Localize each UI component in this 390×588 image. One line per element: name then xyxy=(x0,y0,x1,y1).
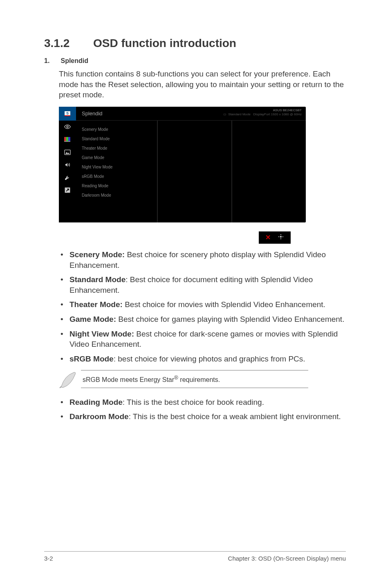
bullet-text: : This is the best choice for book readi… xyxy=(123,398,264,406)
list-item: Theater Mode: Best choice for movies wit… xyxy=(59,299,346,310)
list-item: Darkroom Mode: This is the best choice f… xyxy=(59,411,346,422)
subsection-intro: This function contains 8 sub-functions y… xyxy=(59,69,346,100)
wrench-icon xyxy=(59,171,76,184)
bullet-list-a: Scenery Mode: Best choice for scenery ph… xyxy=(59,249,346,364)
shortcut-icon xyxy=(59,184,76,197)
osd-columns: Scenery Mode Standard Mode Theater Mode … xyxy=(76,121,306,222)
bullet-text: Best choice for movies with Splendid Vid… xyxy=(123,300,325,309)
close-icon: ✕ xyxy=(265,233,271,241)
osd-buttons-row: ✕ xyxy=(44,231,346,244)
footer-chapter: Chapter 3: OSD (On-Screen Display) menu xyxy=(228,555,346,562)
svg-rect-5 xyxy=(65,150,70,155)
note-text: sRGB Mode meets Energy Star® requirement… xyxy=(81,370,308,388)
bullet-text: Best choice for games playing with Splen… xyxy=(116,315,344,323)
osd-item: Scenery Mode xyxy=(82,125,157,134)
note-block: sRGB Mode meets Energy Star® requirement… xyxy=(59,370,346,390)
list-item: Standard Mode: Best choice for document … xyxy=(59,274,346,295)
osd-item: Theater Mode xyxy=(82,144,157,153)
color-bars-icon xyxy=(59,133,76,146)
bullet-text: : best choice for viewing photos and gra… xyxy=(114,355,305,363)
osd-buttons-box: ✕ xyxy=(259,231,291,244)
bullet-bold: Game Mode: xyxy=(69,315,116,323)
sound-icon xyxy=(59,159,76,171)
svg-point-7 xyxy=(280,236,282,238)
svg-rect-4 xyxy=(64,141,70,142)
splendid-s-icon: S xyxy=(65,111,70,116)
bullet-bold: Reading Mode xyxy=(69,398,123,406)
osd-mode: Standard Mode xyxy=(228,112,251,116)
bullet-bold: Night View Mode: xyxy=(69,330,134,338)
osd-model: ASUS BE24ECSBT xyxy=(223,108,302,112)
osd-header: Splendid ASUS BE24ECSBT ▭Standard Mode D… xyxy=(76,107,306,121)
osd-sidebar: S xyxy=(59,107,76,222)
joystick-icon xyxy=(278,233,284,241)
note-pre: sRGB Mode meets Energy Star xyxy=(83,376,174,383)
list-item: Scenery Mode: Best choice for scenery ph… xyxy=(59,249,346,270)
page-footer: 3-2 Chapter 3: OSD (On-Screen Display) m… xyxy=(44,551,346,562)
bullet-bold: Darkroom Mode xyxy=(69,412,129,421)
osd-item: Reading Mode xyxy=(82,181,157,191)
osd-menu-column: Scenery Mode Standard Mode Theater Mode … xyxy=(76,121,158,222)
bullet-bold: Standard Mode xyxy=(69,275,126,284)
note-sup: ® xyxy=(174,375,178,381)
image-icon xyxy=(59,146,76,159)
osd-title: Splendid xyxy=(82,110,103,117)
bullet-bold: Theater Mode: xyxy=(69,300,123,309)
subsection-number: 1. xyxy=(44,57,59,65)
osd-header-right: ASUS BE24ECSBT ▭Standard Mode DisplayPor… xyxy=(223,108,302,116)
section-heading: 3.1.2OSD function introduction xyxy=(44,37,346,50)
osd-item: Standard Mode xyxy=(82,134,157,144)
osd-item: Night View Mode xyxy=(82,162,157,172)
osd-item: Darkroom Mode xyxy=(82,191,157,200)
list-item: Night View Mode: Best choice for dark-sc… xyxy=(59,329,346,350)
monitor-icon: ▭ xyxy=(223,112,226,117)
osd-empty-column xyxy=(232,121,306,222)
osd-item: sRGB Mode xyxy=(82,172,157,181)
svg-rect-3 xyxy=(68,137,70,141)
bullet-bold: Scenery Mode: xyxy=(69,250,125,259)
osd-resolution: DisplayPort 1920 x 1080 @ 60Hz xyxy=(253,112,302,116)
list-item: Game Mode: Best choice for games playing… xyxy=(59,314,346,325)
note-pen-icon xyxy=(59,370,81,390)
list-item: Reading Mode: This is the best choice fo… xyxy=(59,397,346,408)
eye-icon xyxy=(59,121,76,133)
list-item: sRGB Mode: best choice for viewing photo… xyxy=(59,354,346,364)
subsection-label: Splendid xyxy=(61,57,88,65)
osd-item: Game Mode xyxy=(82,153,157,162)
osd-sidebar-selected: S xyxy=(59,107,76,121)
svg-point-0 xyxy=(67,126,68,128)
osd-status-line: ▭Standard Mode DisplayPort 1920 x 1080 @… xyxy=(223,112,302,117)
svg-rect-2 xyxy=(66,137,68,141)
osd-main: Splendid ASUS BE24ECSBT ▭Standard Mode D… xyxy=(76,107,306,222)
bullet-text: : This is the best choice for a weak amb… xyxy=(129,412,341,421)
subsection-row: 1. Splendid This function contains 8 sub… xyxy=(44,57,346,100)
bullet-list-b: Reading Mode: This is the best choice fo… xyxy=(59,397,346,422)
svg-rect-1 xyxy=(64,137,66,141)
section-title: OSD function introduction xyxy=(93,37,236,49)
osd-empty-column xyxy=(158,121,232,222)
bullet-bold: sRGB Mode xyxy=(69,355,114,363)
section-number: 3.1.2 xyxy=(44,37,93,50)
footer-page-number: 3-2 xyxy=(44,555,53,562)
note-post: requirements. xyxy=(178,376,220,383)
osd-screenshot: S Splendid ASUS BE24ECSBT ▭Standard Mode… xyxy=(59,107,306,222)
